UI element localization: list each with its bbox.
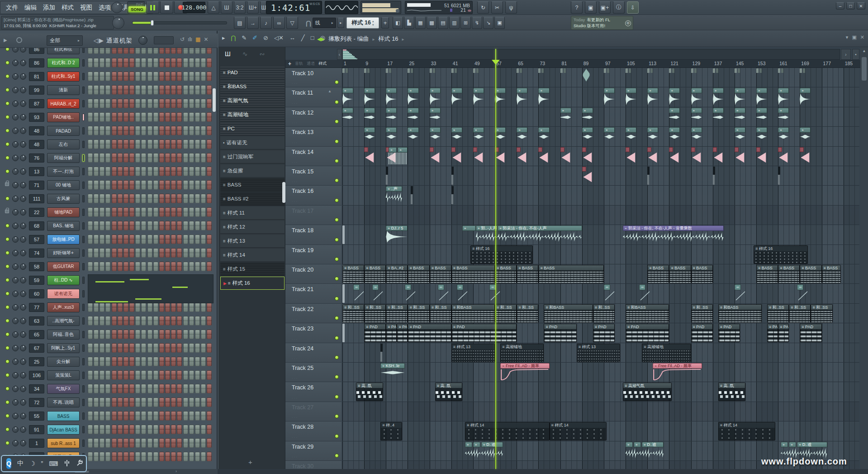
step-cell[interactable] (171, 452, 176, 461)
clip-mini[interactable] (560, 68, 566, 87)
step-cell[interactable] (88, 112, 93, 122)
track-header[interactable]: Track 15··· (285, 166, 342, 186)
track-led[interactable] (335, 178, 339, 182)
channel-mute-indicator[interactable] (82, 304, 85, 311)
clip-swell[interactable]: » (386, 108, 397, 126)
step-cell[interactable] (118, 85, 123, 95)
step-cell[interactable] (100, 411, 104, 421)
step-cell[interactable] (159, 235, 164, 244)
channel-number[interactable]: 22 (29, 208, 44, 217)
step-cell[interactable] (189, 139, 194, 149)
step-cell[interactable] (207, 411, 212, 421)
step-cell[interactable] (105, 112, 110, 122)
clip-mini[interactable] (669, 68, 675, 87)
menu-item-选项[interactable]: 选项 (99, 4, 111, 12)
channel-led[interactable] (5, 74, 9, 78)
volume-knob[interactable] (20, 236, 26, 243)
step-cell[interactable] (171, 248, 176, 258)
clip-ksh[interactable]: »KSH..le (380, 363, 405, 382)
step-cell[interactable] (171, 139, 176, 149)
step-cell[interactable] (88, 167, 93, 176)
step-cell[interactable] (207, 262, 212, 271)
clip-link[interactable]: ∞ (604, 284, 607, 303)
clip-dense[interactable]: ≡ 和BASS (451, 304, 495, 323)
step-cell[interactable] (88, 207, 93, 217)
master-pitch-slider[interactable] (132, 21, 227, 24)
step-cell[interactable] (94, 343, 99, 353)
step-cell[interactable] (183, 438, 188, 448)
draw-icon[interactable]: ✎ (242, 34, 247, 41)
snap-magnet-icon[interactable]: ⋂ (231, 34, 236, 41)
automation-tab[interactable]: ∾ (260, 50, 265, 57)
clip-pattern[interactable]: ≡ 样..4 (380, 422, 402, 440)
clip-pinkrev[interactable] (517, 147, 526, 166)
step-cell[interactable] (183, 262, 188, 271)
pattern-item[interactable]: •诺有诺无 (220, 136, 285, 149)
step-cell[interactable] (183, 112, 188, 122)
step-cell[interactable] (177, 411, 182, 421)
step-cell[interactable] (118, 248, 123, 258)
step-cell[interactable] (88, 248, 93, 258)
step-cell[interactable] (165, 397, 170, 407)
channel-number[interactable]: 87 (29, 99, 44, 108)
step-cell[interactable] (135, 139, 140, 149)
step-cell[interactable] (153, 248, 158, 258)
step-cell[interactable] (195, 357, 200, 366)
step-cell[interactable] (177, 370, 182, 380)
clip-pinkrev[interactable] (800, 147, 810, 166)
step-cell[interactable] (189, 302, 194, 312)
channel-number[interactable]: 58 (29, 262, 44, 271)
step-cell[interactable] (153, 235, 158, 244)
step-cell[interactable] (153, 343, 158, 353)
step-cell[interactable] (195, 48, 200, 54)
step-cell[interactable] (112, 85, 117, 95)
step-cell[interactable] (118, 370, 123, 380)
step-cell[interactable] (189, 411, 194, 421)
step-cell[interactable] (88, 330, 93, 339)
clip-narrow[interactable] (451, 186, 454, 205)
channel-mute-indicator[interactable] (82, 182, 85, 189)
channel-name-button[interactable]: 柱..DD ∿ (47, 275, 80, 285)
clip-decay[interactable]: » (538, 88, 549, 106)
mixer-icon[interactable]: ▥ (449, 17, 460, 29)
step-cell[interactable] (141, 221, 146, 230)
volume-knob[interactable] (20, 168, 26, 175)
clip-narrow[interactable] (451, 167, 454, 185)
step-cell[interactable] (94, 384, 99, 393)
step-cell[interactable] (165, 112, 170, 122)
step-cell[interactable] (159, 139, 164, 149)
help-icon[interactable]: ? (571, 1, 583, 14)
step-cell[interactable] (118, 302, 123, 312)
step-cell[interactable] (129, 397, 134, 407)
step-cell[interactable] (129, 411, 134, 421)
channel-name-button[interactable]: 不再..说唱 (47, 397, 80, 407)
clip-swell[interactable]: » (756, 108, 767, 126)
track-grip[interactable]: ··· (292, 376, 298, 380)
track-lane[interactable] (342, 206, 859, 225)
step-cell[interactable] (153, 126, 158, 135)
clip-pinkrev[interactable] (735, 147, 745, 166)
channel-led[interactable] (5, 427, 9, 431)
step-cell[interactable] (195, 343, 200, 353)
step-cell[interactable] (88, 357, 93, 366)
clip-pinkrev[interactable] (647, 147, 657, 166)
save-new-icon[interactable]: ▣+ (599, 1, 611, 14)
track-lane[interactable]: »..声 (342, 186, 859, 205)
clip-dense[interactable]: ≡ 和BASS (718, 304, 762, 323)
step-cell[interactable] (147, 139, 152, 149)
step-cell[interactable] (201, 207, 206, 217)
step-cell[interactable] (129, 357, 134, 366)
step-cell[interactable] (123, 330, 128, 339)
clip-narrow[interactable] (411, 186, 413, 205)
step-cell[interactable] (118, 438, 123, 448)
step-cell[interactable] (141, 153, 146, 163)
step-cell[interactable] (135, 180, 140, 190)
step-cell[interactable] (129, 48, 134, 54)
step-cell[interactable] (207, 384, 212, 393)
step-cell[interactable] (129, 235, 134, 244)
clip-small[interactable]: » (538, 127, 549, 146)
snap-next-button[interactable]: ▸ (337, 18, 344, 28)
step-cell[interactable] (207, 452, 212, 461)
step-cell[interactable] (183, 58, 188, 67)
step-cell[interactable] (141, 302, 146, 312)
